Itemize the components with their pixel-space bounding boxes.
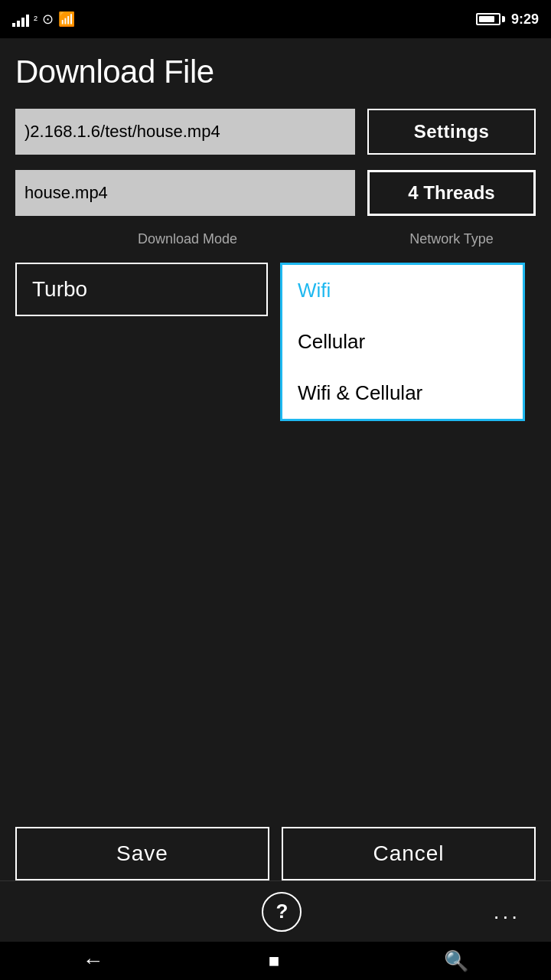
windows-bar: ← ■ 🔍 <box>0 942 551 980</box>
wifi-icon: 📶 <box>58 11 75 28</box>
status-right: 9:29 <box>476 11 539 28</box>
back-button[interactable]: ← <box>83 949 104 973</box>
settings-button[interactable]: Settings <box>367 109 536 155</box>
data-icon: ⊙ <box>42 11 54 28</box>
home-button[interactable]: ■ <box>269 950 280 972</box>
filename-row: 4 Threads <box>15 170 536 216</box>
url-row: Settings <box>15 109 536 155</box>
filename-input[interactable] <box>15 170 355 216</box>
bottom-nav: ? ... <box>0 880 551 942</box>
cancel-button[interactable]: Cancel <box>282 827 536 880</box>
status-left: ² ⊙ 📶 <box>12 11 75 28</box>
network-type-dropdown: Wifi Cellular Wifi & Cellular <box>280 263 525 421</box>
battery-icon <box>476 13 505 25</box>
network-type-label: Network Type <box>367 231 536 247</box>
url-input[interactable] <box>15 109 355 155</box>
more-options-button[interactable]: ... <box>494 900 520 924</box>
download-mode-label: Download Mode <box>15 231 367 247</box>
network-option-wifi-cellular[interactable]: Wifi & Cellular <box>282 368 523 419</box>
labels-row: Download Mode Network Type <box>15 231 536 247</box>
threads-button[interactable]: 4 Threads <box>367 170 536 216</box>
save-button[interactable]: Save <box>15 827 269 880</box>
network-option-cellular[interactable]: Cellular <box>282 316 523 368</box>
bottom-buttons: Save Cancel <box>15 827 536 880</box>
time-display: 9:29 <box>511 11 539 28</box>
mode-network-row: Turbo Wifi Cellular Wifi & Cellular <box>15 263 536 421</box>
search-button[interactable]: 🔍 <box>444 949 468 973</box>
status-icon-2: ² <box>34 13 37 26</box>
status-bar: ² ⊙ 📶 9:29 <box>0 0 551 38</box>
main-content: Download File Settings 4 Threads Downloa… <box>0 38 551 421</box>
page-title: Download File <box>15 54 536 90</box>
signal-bars-icon <box>12 11 29 27</box>
help-button[interactable]: ? <box>262 892 302 932</box>
download-mode-button[interactable]: Turbo <box>15 263 268 316</box>
network-option-wifi[interactable]: Wifi <box>282 265 523 316</box>
